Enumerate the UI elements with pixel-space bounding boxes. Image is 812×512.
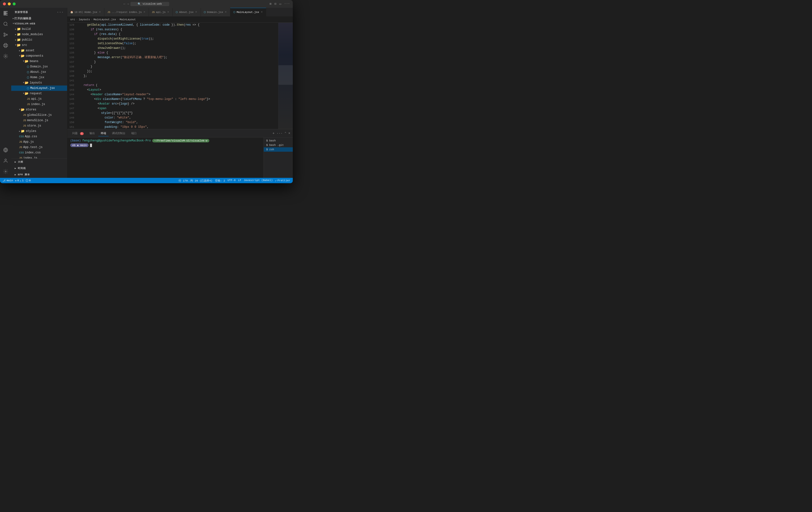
- open-editors-section[interactable]: ▶ 打开的编辑器: [11, 16, 67, 21]
- tree-item-styles[interactable]: ▶ 📁 styles: [11, 129, 67, 134]
- tree-item-menuslice[interactable]: JS menuSlice.js: [11, 118, 67, 123]
- panel-icon[interactable]: ▭: [279, 2, 281, 6]
- breadcrumb-layouts[interactable]: layouts: [79, 18, 90, 21]
- tree-item-globalslice[interactable]: JS globalSlice.js: [11, 112, 67, 118]
- code-editor[interactable]: 129 getData(api.licenseAllowed, { licens…: [67, 23, 278, 129]
- remote-icon[interactable]: [2, 146, 9, 154]
- shell-bash[interactable]: $ bash: [264, 138, 293, 143]
- search-icon[interactable]: [2, 21, 9, 27]
- tab-close-api[interactable]: ×: [167, 10, 170, 14]
- css-file-icon: CSS: [19, 135, 24, 138]
- terminal-hide-button[interactable]: ⌃: [285, 131, 286, 135]
- terminal-add-button[interactable]: +: [272, 131, 274, 135]
- tree-item-app-css[interactable]: CSS App.css: [11, 134, 67, 139]
- tree-item-app-js[interactable]: JS App.js: [11, 139, 67, 144]
- breadcrumb-src[interactable]: src: [70, 18, 75, 21]
- code-line-137: 137 }: [67, 60, 278, 64]
- sidebar-more-button[interactable]: ···: [57, 10, 64, 14]
- minimap-slider[interactable]: [279, 65, 293, 85]
- tree-label: Domain.jsx: [30, 65, 48, 69]
- tab-close-mainlayout[interactable]: ×: [260, 10, 263, 14]
- tab-about-jsx[interactable]: ⬡ About.jsx ×: [173, 8, 201, 16]
- source-control-icon[interactable]: [2, 31, 9, 38]
- line-ending-info[interactable]: LF: [238, 179, 241, 183]
- line-number: 137: [67, 60, 79, 64]
- maximize-button[interactable]: [13, 2, 16, 5]
- shell-bash-git[interactable]: $ bash .git: [264, 143, 293, 147]
- account-icon[interactable]: [2, 157, 9, 164]
- tree-item-domain-jsx[interactable]: ⬡ Domain.jsx: [11, 64, 67, 70]
- terminal-tab-output[interactable]: 输出: [87, 130, 97, 136]
- spaces-info[interactable]: 空格: 2: [215, 179, 225, 183]
- code-line-146: 146 <Avatar src={logo} />: [67, 102, 278, 106]
- tree-item-public[interactable]: ▶ 📁 public: [11, 37, 67, 43]
- css-file-icon: CSS: [19, 151, 24, 154]
- project-root[interactable]: ▼ VISUALVM-WEB: [11, 21, 67, 26]
- tree-item-index-js-req[interactable]: JS index.js: [11, 102, 67, 107]
- terminal-tab-terminal[interactable]: 终端: [98, 130, 109, 136]
- layout-icon[interactable]: ⊟: [274, 2, 277, 6]
- cursor-position[interactable]: 行 170，列 28 (已选择4): [179, 179, 212, 183]
- close-button[interactable]: [3, 2, 6, 5]
- tree-item-src[interactable]: ▼ 📂 src: [11, 43, 67, 48]
- status-errors[interactable]: ✕ 0 ⚠ 1: [15, 179, 23, 182]
- tab-close-about[interactable]: ×: [195, 10, 197, 14]
- tree-item-index-css[interactable]: CSS index.css: [11, 150, 67, 155]
- shell-zsh[interactable]: $ zsh: [264, 147, 293, 152]
- tree-label: stores: [26, 108, 36, 111]
- tree-item-beans[interactable]: ▼ 📂 beans: [11, 59, 67, 64]
- debug-icon[interactable]: [2, 53, 9, 60]
- extensions-icon[interactable]: [2, 42, 9, 49]
- tree-item-stores[interactable]: ▼ 📂 stores: [11, 107, 67, 112]
- minimize-button[interactable]: [8, 2, 11, 5]
- tree-item-home-jsx[interactable]: ⬡ Home.jsx: [11, 75, 67, 80]
- tree-item-node-modules[interactable]: ▶ 📁 node_modules: [11, 32, 67, 37]
- status-info[interactable]: ⓘ 0: [26, 179, 31, 183]
- tab-close-index[interactable]: ×: [143, 10, 146, 14]
- tree-item-store-js[interactable]: JS store.js: [11, 123, 67, 129]
- encoding-info[interactable]: UTF-8: [228, 179, 236, 183]
- terminal-close-button[interactable]: ×: [288, 131, 290, 135]
- tree-item-components[interactable]: ▼ 📂 components: [11, 53, 67, 59]
- tab-close-home[interactable]: ×: [98, 10, 101, 14]
- tab-mainlayout-jsx[interactable]: ⬡ MainLayout.jsx ×: [230, 8, 266, 16]
- tab-debug-label: 调试控制台: [112, 132, 125, 135]
- npm-section[interactable]: ▶ NPM 脚本: [11, 171, 67, 178]
- outline-section[interactable]: ▶ 大纲: [11, 159, 67, 165]
- line-number: 140: [67, 74, 79, 78]
- explorer-icon[interactable]: [2, 10, 9, 17]
- tab-index-js[interactable]: JS .../request index.js ×: [105, 8, 149, 16]
- status-branch[interactable]: ⎇ main: [2, 179, 13, 182]
- search-bar[interactable]: 🔍 visualvm-web: [130, 2, 169, 6]
- tree-item-app-test-js[interactable]: JS App.test.js: [11, 144, 67, 150]
- tree-item-layouts[interactable]: ▼ 📂 layouts: [11, 80, 67, 85]
- tab-api-js[interactable]: JS api.js ×: [149, 8, 173, 16]
- tree-item-request[interactable]: ▼ 📂 request: [11, 91, 67, 96]
- terminal-tab-ports[interactable]: 端口: [129, 130, 139, 136]
- language-info[interactable]: Javascript (Babel): [244, 179, 273, 183]
- prettier-info[interactable]: ✓ Prettier: [275, 179, 290, 183]
- more-icon[interactable]: ···: [284, 2, 290, 6]
- breadcrumb-mainlayout-jsx[interactable]: MainLayout.jsx: [93, 18, 116, 21]
- tab-domain-jsx[interactable]: ⬡ Domain.jsx ×: [201, 8, 230, 16]
- settings-icon[interactable]: [2, 168, 9, 175]
- tab-home-jsx[interactable]: 🏠 18:05) Home.jsx ×: [67, 8, 105, 16]
- tree-item-build[interactable]: ▶ 📁 build: [11, 26, 67, 32]
- tree-item-index-js[interactable]: JS index.js: [11, 155, 67, 159]
- tree-item-api-js[interactable]: JS api.js: [11, 96, 67, 102]
- nav-back-button[interactable]: ←: [124, 2, 126, 6]
- terminal-tab-problems[interactable]: 问题 1: [70, 130, 86, 136]
- tree-item-about-jsx[interactable]: ⬡ About.jsx: [11, 70, 67, 75]
- timeline-section[interactable]: ▶ 时间线: [11, 165, 67, 171]
- terminal-content[interactable]: (base) fengzheng@gushidefengzhengdeMacBo…: [67, 137, 263, 178]
- code-line-136: 136 message.error("验证码不正确，请重新输入吧");: [67, 55, 278, 60]
- tree-item-asset[interactable]: ▶ 📁 asset: [11, 48, 67, 53]
- tree-item-mainlayout-jsx[interactable]: ⬡ MainLayout.jsx: [11, 85, 67, 91]
- terminal-tab-debug[interactable]: 调试控制台: [110, 130, 128, 136]
- terminal-shell-list: $ bash $ bash .git $ zsh: [263, 137, 293, 178]
- terminal-more-button[interactable]: ···: [277, 131, 283, 135]
- sidebar-tree: ▶ 📁 build ▶ 📁 node_modules ▶ 📁 public ▼ …: [11, 26, 67, 159]
- tab-close-domain[interactable]: ×: [225, 10, 227, 14]
- split-editor-icon[interactable]: ⊞: [270, 2, 271, 6]
- nav-forward-button[interactable]: →: [127, 2, 129, 6]
